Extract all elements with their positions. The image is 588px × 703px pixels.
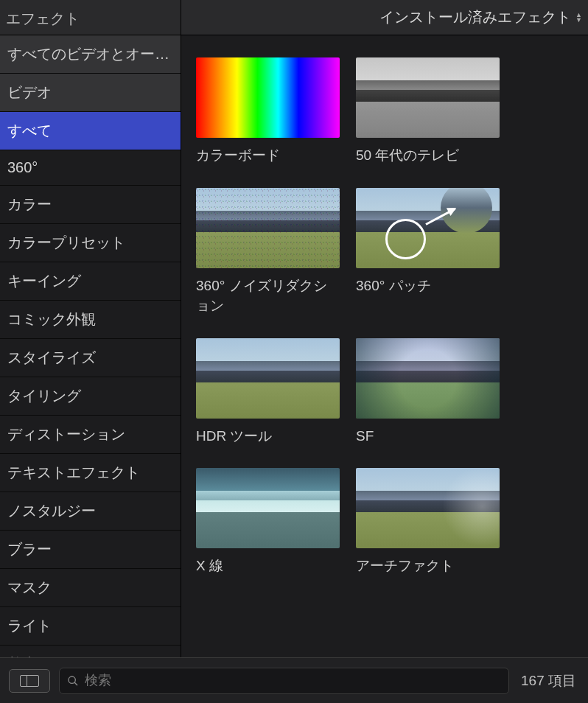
sidebar-item-all[interactable]: すべて: [0, 112, 181, 150]
panel-title: エフェクト: [0, 0, 181, 35]
sidebar-item-stylize[interactable]: スタイライズ: [0, 339, 181, 377]
body: すべてのビデオとオー… ビデオ すべて 360° カラー カラープリセット キー…: [0, 35, 588, 657]
effect-artifact[interactable]: アーチファクト: [356, 468, 500, 576]
chevron-up-down-icon: ▲▼: [575, 13, 582, 23]
item-count: 167 項目: [518, 671, 579, 690]
dropdown-label: インストール済みエフェクト: [379, 7, 571, 27]
svg-line-1: [74, 682, 77, 685]
effects-filter-dropdown[interactable]: インストール済みエフェクト ▲▼: [379, 7, 582, 27]
effect-label: HDR ツール: [196, 426, 340, 447]
effect-thumbnail: [356, 57, 500, 138]
effect-thumbnail: [196, 468, 340, 548]
svg-point-0: [69, 676, 75, 683]
effect-thumbnail: [356, 468, 500, 548]
effect-label: 360° ノイズリダクション: [196, 276, 340, 316]
sidebar-item-basics[interactable]: 基本: [0, 646, 181, 657]
effect-sf[interactable]: SF: [356, 338, 500, 447]
sidebar-item-color-presets[interactable]: カラープリセット: [0, 224, 181, 262]
sidebar-icon: [20, 675, 39, 687]
effect-label: X 線: [196, 556, 340, 576]
sidebar: すべてのビデオとオー… ビデオ すべて 360° カラー カラープリセット キー…: [0, 35, 181, 657]
sidebar-item-text-effects[interactable]: テキストエフェクト: [0, 454, 181, 492]
effect-label: アーチファクト: [356, 556, 500, 576]
effect-thumbnail: [356, 188, 500, 268]
header-right: インストール済みエフェクト ▲▼: [181, 0, 588, 35]
effect-label: カラーボード: [196, 145, 340, 166]
sidebar-item-360[interactable]: 360°: [0, 150, 181, 186]
effect-hdr-tools[interactable]: HDR ツール: [196, 338, 340, 447]
sidebar-item-all-video-audio[interactable]: すべてのビデオとオー…: [0, 35, 181, 74]
sidebar-item-color[interactable]: カラー: [0, 186, 181, 224]
effect-thumbnail: [196, 338, 340, 419]
sidebar-item-tiling[interactable]: タイリング: [0, 377, 181, 416]
sidebar-item-nostalgia[interactable]: ノスタルジー: [0, 492, 181, 531]
search-field[interactable]: [59, 668, 509, 694]
sidebar-item-mask[interactable]: マスク: [0, 569, 181, 607]
effect-label: 360° パッチ: [356, 276, 500, 296]
effect-thumbnail: [356, 338, 500, 419]
sidebar-item-distortion[interactable]: ディストーション: [0, 416, 181, 454]
footer: 167 項目: [0, 657, 588, 703]
effect-x-ray[interactable]: X 線: [196, 468, 340, 576]
effects-grid: カラーボード 50 年代のテレビ 360° ノイズリダクション 360° パッチ…: [181, 35, 588, 657]
effect-360-patch[interactable]: 360° パッチ: [356, 188, 500, 316]
search-icon: [67, 675, 79, 687]
sidebar-toggle-button[interactable]: [9, 669, 50, 693]
sidebar-item-keying[interactable]: キーイング: [0, 262, 181, 301]
effect-color-board[interactable]: カラーボード: [196, 57, 340, 166]
header: エフェクト インストール済みエフェクト ▲▼: [0, 0, 588, 35]
sidebar-item-light[interactable]: ライト: [0, 607, 181, 646]
search-input[interactable]: [85, 673, 501, 688]
effect-50s-tv[interactable]: 50 年代のテレビ: [356, 57, 500, 166]
effect-360-noise-reduction[interactable]: 360° ノイズリダクション: [196, 188, 340, 316]
effect-thumbnail: [196, 188, 340, 268]
effect-label: SF: [356, 426, 500, 447]
sidebar-item-video[interactable]: ビデオ: [0, 74, 181, 112]
effect-label: 50 年代のテレビ: [356, 145, 500, 166]
sidebar-item-comic-looks[interactable]: コミック外観: [0, 301, 181, 339]
effect-thumbnail: [196, 57, 340, 138]
sidebar-item-blur[interactable]: ブラー: [0, 531, 181, 569]
